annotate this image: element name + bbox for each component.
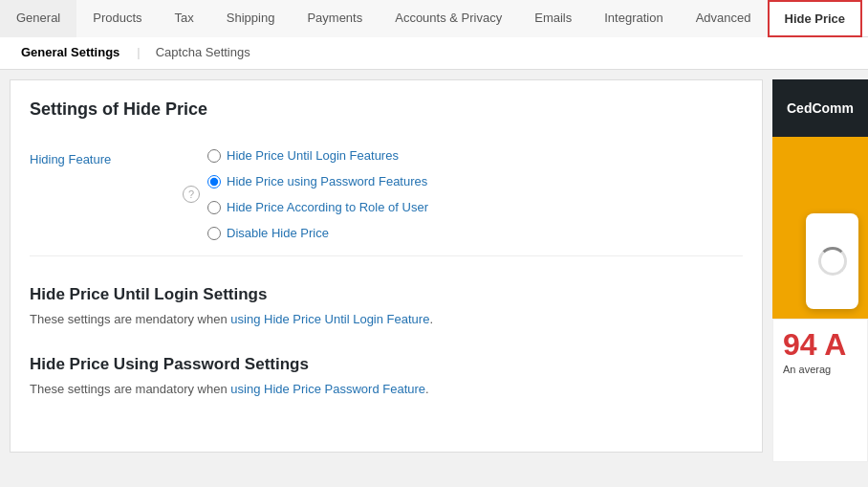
radio-item-disable[interactable]: Disable Hide Price bbox=[207, 226, 428, 240]
sidebar-brand-label: CedComm bbox=[787, 100, 854, 116]
radio-label-role: Hide Price According to Role of User bbox=[227, 200, 428, 214]
radio-item-role[interactable]: Hide Price According to Role of User bbox=[207, 200, 428, 214]
tab-integration[interactable]: Integration bbox=[588, 0, 679, 37]
pwd-desc-mid: when bbox=[194, 382, 230, 396]
radio-label-disable: Disable Hide Price bbox=[227, 226, 329, 240]
tab-hide-price[interactable]: Hide Price bbox=[768, 0, 863, 37]
radio-item-password[interactable]: Hide Price using Password Features bbox=[207, 174, 428, 188]
radio-group-hiding: Hide Price Until Login Features Hide Pri… bbox=[207, 148, 428, 240]
tab-products[interactable]: Products bbox=[76, 0, 158, 37]
spinner-icon bbox=[818, 247, 847, 276]
main-layout: Settings of Hide Price Hiding Feature ? … bbox=[0, 79, 868, 462]
radio-role[interactable] bbox=[207, 201, 221, 214]
sub-nav-divider: | bbox=[133, 37, 143, 69]
pwd-desc-plain: These settings are bbox=[30, 382, 136, 396]
login-desc-mandatory: mendatory bbox=[136, 312, 194, 326]
pwd-desc-end: . bbox=[425, 382, 429, 396]
pwd-desc-link[interactable]: using Hide Price Password Feature bbox=[230, 382, 425, 396]
tab-payments[interactable]: Payments bbox=[291, 0, 379, 37]
tab-tax[interactable]: Tax bbox=[159, 0, 210, 37]
sidebar-stats-block: 94 A An averag bbox=[772, 319, 868, 462]
radio-label-password: Hide Price using Password Features bbox=[227, 174, 427, 188]
radio-disable[interactable] bbox=[207, 227, 221, 240]
sidebar-brand-block: CedComm bbox=[772, 79, 868, 137]
page-section-title: Settings of Hide Price bbox=[30, 100, 743, 129]
login-desc-end: . bbox=[429, 312, 433, 326]
divider-1 bbox=[30, 255, 743, 256]
pwd-desc-mandatory: mandatory bbox=[136, 382, 194, 396]
phone-illustration bbox=[806, 213, 858, 309]
right-sidebar: CedComm 94 A An averag bbox=[772, 79, 868, 462]
sidebar-big-number: 94 A bbox=[783, 329, 857, 360]
radio-label-login: Hide Price Until Login Features bbox=[227, 148, 399, 163]
sub-navigation: General Settings | Captcha Settings bbox=[0, 37, 868, 70]
tab-general[interactable]: General bbox=[0, 0, 76, 37]
sub-tab-general-settings[interactable]: General Settings bbox=[10, 37, 131, 69]
radio-login[interactable] bbox=[207, 149, 221, 163]
sidebar-avg-label: An averag bbox=[783, 364, 857, 375]
top-navigation: General Products Tax Shipping Payments A… bbox=[0, 0, 868, 37]
tab-accounts-privacy[interactable]: Accounts & Privacy bbox=[379, 0, 518, 37]
radio-password[interactable] bbox=[207, 175, 221, 188]
password-settings-desc: These settings are mandatory when using … bbox=[30, 382, 743, 396]
password-settings-heading: Hide Price Using Password Settings bbox=[30, 355, 743, 374]
hiding-feature-controls: ? Hide Price Until Login Features Hide P… bbox=[183, 148, 428, 240]
hiding-feature-label: Hiding Feature bbox=[30, 148, 183, 166]
hiding-feature-row: Hiding Feature ? Hide Price Until Login … bbox=[30, 148, 743, 240]
login-settings-heading: Hide Price Until Login Settings bbox=[30, 285, 743, 304]
sub-tab-captcha-settings[interactable]: Captcha Settings bbox=[144, 37, 262, 69]
login-desc-link[interactable]: using Hide Price Until Login Feature bbox=[230, 312, 429, 326]
login-settings-desc: These settings are mendatory when using … bbox=[30, 312, 743, 326]
tab-advanced[interactable]: Advanced bbox=[680, 0, 768, 37]
tab-emails[interactable]: Emails bbox=[518, 0, 588, 37]
help-icon[interactable]: ? bbox=[183, 186, 200, 203]
tab-shipping[interactable]: Shipping bbox=[210, 0, 292, 37]
content-area: Settings of Hide Price Hiding Feature ? … bbox=[10, 79, 763, 453]
login-desc-mid: when bbox=[194, 312, 230, 326]
login-desc-plain: These settings are bbox=[30, 312, 136, 326]
sidebar-yellow-block bbox=[772, 137, 868, 319]
radio-item-login[interactable]: Hide Price Until Login Features bbox=[207, 148, 428, 163]
